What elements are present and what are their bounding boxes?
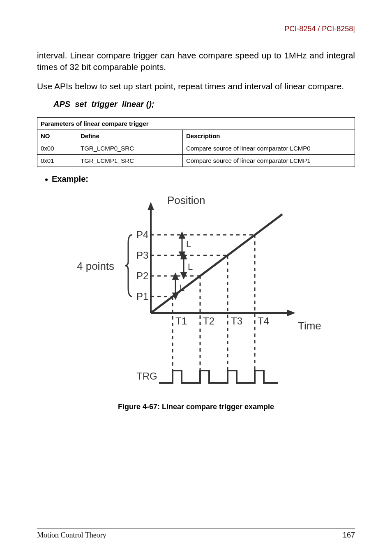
interval-l-1: L: [186, 239, 191, 249]
cell-define: TGR_LCMP0_SRC: [77, 142, 183, 155]
cell-no: 0x00: [37, 142, 77, 155]
table-header-no: NO: [37, 130, 77, 142]
example-label-text: Example:: [52, 174, 88, 183]
table-header-define: Define: [77, 130, 183, 142]
cell-desc: Compare source of linear comparator LCMP…: [183, 155, 355, 167]
bullet-icon: [45, 178, 48, 181]
svg-marker-15: [173, 293, 178, 299]
table-row: 0x00 TGR_LCMP0_SRC Compare source of lin…: [37, 142, 355, 155]
cell-desc: Compare source of linear comparator LCMP…: [183, 142, 355, 155]
api-function-name: APS_set_trigger_linear ();: [53, 100, 355, 109]
figure-container: Position Time P4 P3 P2 P1 L L L 4 points…: [37, 190, 355, 411]
x-axis-label: Time: [298, 320, 321, 332]
pos-label-p1: P1: [136, 291, 148, 302]
pos-label-p2: P2: [136, 270, 148, 281]
svg-marker-18: [181, 273, 186, 278]
y-axis-label: Position: [167, 194, 205, 206]
group-label: 4 points: [77, 260, 114, 272]
time-tick-t2: T2: [203, 315, 214, 327]
header-product: PCI-8254 / PCI-8258|: [37, 25, 355, 33]
pos-label-p4: P4: [136, 229, 148, 240]
page-footer: Motion Control Theory 167: [37, 528, 355, 540]
paragraph-2: Use APIs below to set up start point, re…: [37, 81, 355, 92]
header-pipe: |: [353, 25, 355, 33]
example-heading: Example:: [45, 174, 355, 184]
interval-l-3: L: [180, 283, 184, 293]
svg-marker-20: [180, 233, 184, 238]
table-header-desc: Description: [183, 130, 355, 142]
parameters-table: Parameters of linear compare trigger NO …: [37, 117, 355, 167]
pos-label-p3: P3: [136, 250, 148, 261]
svg-marker-3: [287, 310, 295, 316]
table-title: Parameters of linear compare trigger: [37, 118, 355, 130]
product-name: PCI-8254 / PCI-8258: [284, 25, 353, 33]
cell-define: TGR_LCMP1_SRC: [77, 155, 183, 167]
paragraph-1: interval. Linear compare trigger can hav…: [37, 50, 355, 73]
time-tick-t4: T4: [258, 315, 269, 327]
cell-no: 0x01: [37, 155, 77, 167]
svg-marker-14: [173, 274, 178, 279]
diagram-svg: Position Time P4 P3 P2 P1 L L L 4 points…: [69, 190, 323, 395]
svg-line-4: [151, 214, 282, 313]
figure-caption: Figure 4-67: Linear compare trigger exam…: [37, 403, 355, 411]
time-tick-t1: T1: [175, 315, 187, 327]
table-row: 0x01 TGR_LCMP1_SRC Compare source of lin…: [37, 155, 355, 167]
time-tick-t3: T3: [231, 315, 242, 327]
trigger-label: TRG: [136, 371, 157, 382]
interval-l-2: L: [188, 262, 193, 272]
footer-section: Motion Control Theory: [37, 531, 106, 540]
footer-page-number: 167: [343, 531, 355, 540]
page-container: PCI-8254 / PCI-8258| interval. Linear co…: [0, 0, 392, 556]
svg-marker-1: [148, 202, 154, 210]
